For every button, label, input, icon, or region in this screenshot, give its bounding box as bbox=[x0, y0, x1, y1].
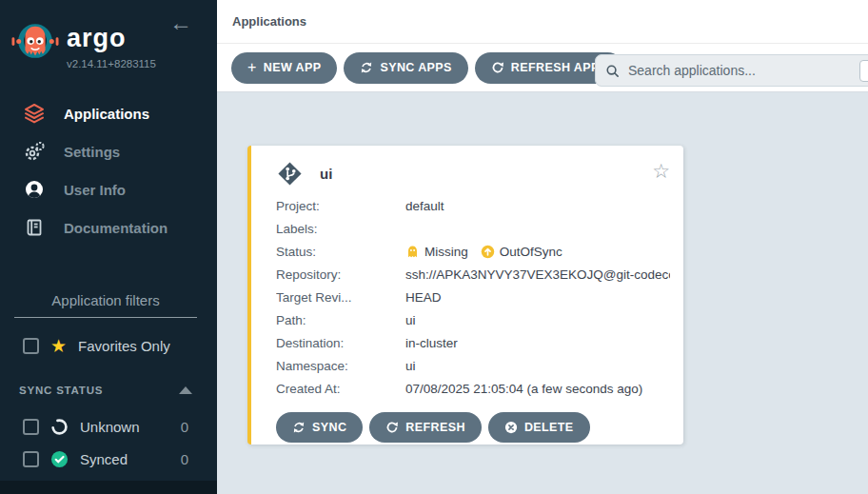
card-fields: Project: default Labels: Status: Missing… bbox=[276, 194, 670, 400]
sidebar-item-settings[interactable]: Settings bbox=[0, 132, 217, 170]
field-project: Project: default bbox=[276, 194, 670, 217]
application-card-ui[interactable]: ui ☆ Project: default Labels: Status: Mi… bbox=[247, 146, 683, 445]
sidebar: argo v2.14.11+8283115 ← Applications bbox=[0, 0, 217, 494]
refresh-icon bbox=[491, 61, 504, 74]
sidebar-nav: Applications Settings bbox=[0, 94, 217, 247]
gear-icon bbox=[21, 140, 47, 163]
plus-icon: + bbox=[247, 60, 257, 75]
field-labels: Labels: bbox=[276, 217, 670, 240]
new-app-button[interactable]: + NEW APP bbox=[231, 52, 337, 84]
delete-label: DELETE bbox=[524, 421, 574, 434]
sync-apps-button[interactable]: SYNC APPS bbox=[344, 52, 467, 84]
sync-status-section-header[interactable]: SYNC STATUS bbox=[0, 382, 217, 399]
refresh-label: REFRESH bbox=[405, 421, 465, 434]
slash-shortcut-hint: / bbox=[859, 60, 868, 82]
sync-button[interactable]: SYNC bbox=[276, 412, 363, 443]
sidebar-item-applications[interactable]: Applications bbox=[0, 94, 217, 132]
outofsync-arrow-icon bbox=[481, 245, 495, 259]
sidebar-item-label: Documentation bbox=[64, 220, 168, 236]
synced-status-icon bbox=[50, 450, 69, 468]
field-namespace: Namespace: ui bbox=[276, 354, 670, 377]
sync-status-text: OutOfSync bbox=[500, 245, 562, 259]
search-input[interactable] bbox=[628, 63, 868, 78]
git-branch-diamond-icon bbox=[276, 160, 304, 188]
card-header: ui ☆ bbox=[276, 159, 670, 188]
field-repository: Repository: ssh://APKA3NYVY37VEX3EKOJQ@g… bbox=[276, 263, 670, 286]
field-destination: Destination: in-cluster bbox=[276, 331, 670, 354]
search-box[interactable]: / bbox=[595, 54, 868, 87]
sidebar-item-user-info[interactable]: User Info bbox=[0, 170, 217, 208]
field-status: Status: Missing OutOfSync bbox=[276, 240, 670, 263]
field-path: Path: ui bbox=[276, 308, 670, 331]
user-icon bbox=[21, 178, 47, 201]
filter-option-count: 0 bbox=[181, 419, 217, 435]
filter-option-label: Synced bbox=[80, 451, 128, 467]
collapse-sidebar-icon[interactable]: ← bbox=[169, 11, 192, 34]
unknown-checkbox[interactable] bbox=[23, 419, 39, 435]
layers-icon bbox=[21, 102, 47, 125]
filter-option-unknown[interactable]: Unknown 0 bbox=[0, 410, 217, 443]
search-icon bbox=[605, 64, 620, 78]
favorites-label: Favorites Only bbox=[78, 338, 170, 354]
sidebar-item-label: User Info bbox=[64, 182, 126, 198]
sync-arrows-icon bbox=[360, 61, 373, 74]
field-created-at: Created At: 07/08/2025 21:05:04 (a few s… bbox=[276, 377, 670, 400]
favorites-checkbox[interactable] bbox=[23, 338, 39, 354]
delete-button[interactable]: DELETE bbox=[488, 412, 590, 443]
unknown-status-icon bbox=[50, 418, 69, 436]
refresh-icon bbox=[385, 421, 399, 434]
brand-title: argo bbox=[67, 26, 156, 51]
refresh-apps-label: REFRESH APPS bbox=[511, 61, 608, 74]
field-target-revision: Target Revi... HEAD bbox=[276, 286, 670, 308]
favorite-star-icon[interactable]: ☆ bbox=[652, 161, 670, 181]
sync-arrows-icon bbox=[292, 421, 306, 434]
collapse-caret-icon[interactable] bbox=[179, 386, 192, 394]
new-app-label: NEW APP bbox=[264, 61, 322, 74]
sidebar-item-documentation[interactable]: Documentation bbox=[0, 208, 217, 247]
times-circle-icon bbox=[504, 421, 518, 434]
sidebar-bottom-strip bbox=[0, 481, 217, 494]
sidebar-item-label: Applications bbox=[64, 106, 149, 122]
favorites-filter-row[interactable]: ★ Favorites Only bbox=[0, 334, 217, 357]
refresh-button[interactable]: REFRESH bbox=[369, 412, 482, 443]
card-actions: SYNC REFRESH DELETE bbox=[276, 412, 670, 443]
sync-apps-label: SYNC APPS bbox=[380, 61, 451, 74]
sync-status-title: SYNC STATUS bbox=[19, 385, 103, 396]
sync-label: SYNC bbox=[312, 421, 346, 434]
toolbar: + NEW APP SYNC APPS REFRESH APPS / bbox=[217, 44, 868, 92]
health-status-text: Missing bbox=[424, 245, 468, 259]
filter-option-synced[interactable]: Synced 0 bbox=[0, 443, 217, 475]
breadcrumb: Applications bbox=[232, 14, 306, 29]
filters-title: Application filters bbox=[14, 292, 197, 318]
argo-octopus-logo-icon bbox=[11, 17, 59, 69]
synced-checkbox[interactable] bbox=[23, 451, 39, 467]
ghost-missing-icon bbox=[405, 245, 420, 259]
version-label: v2.14.11+8283115 bbox=[67, 58, 156, 69]
app-name: ui bbox=[320, 166, 332, 182]
book-icon bbox=[21, 216, 47, 239]
breadcrumb-bar: Applications bbox=[217, 0, 868, 44]
filter-option-label: Unknown bbox=[80, 419, 140, 435]
filter-option-count: 0 bbox=[181, 451, 217, 467]
logo-row: argo v2.14.11+8283115 ← bbox=[0, 0, 217, 69]
sidebar-item-label: Settings bbox=[64, 144, 120, 160]
star-icon: ★ bbox=[50, 337, 67, 355]
